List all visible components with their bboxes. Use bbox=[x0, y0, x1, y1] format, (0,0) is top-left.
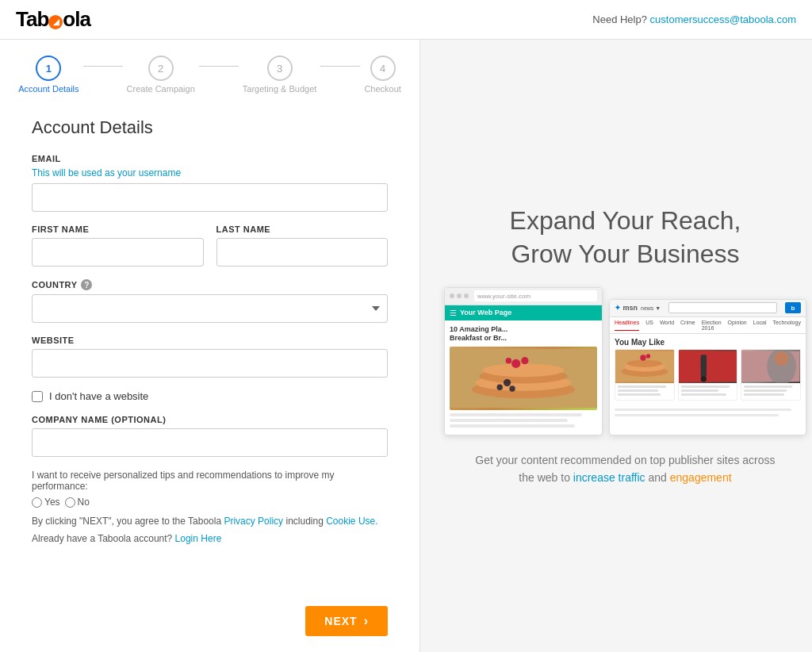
browser-nav-green: ☰ Your Web Page bbox=[445, 305, 602, 320]
msn-tab-headlines: Headlines bbox=[615, 320, 639, 331]
country-label: COUNTRY ? bbox=[32, 279, 388, 290]
browser-url-bar: www.your-site.com bbox=[474, 290, 597, 301]
country-field-group: COUNTRY ? United States United Kingdom C… bbox=[32, 279, 388, 323]
country-select-wrapper: United States United Kingdom Canada Aust… bbox=[32, 294, 388, 323]
form-title: Account Details bbox=[32, 117, 388, 138]
company-name-field-group: COMPANY NAME (Optional) bbox=[32, 415, 388, 457]
header: Tab◢ola Need Help? customersuccess@taboo… bbox=[0, 0, 812, 40]
card-text-2 bbox=[679, 383, 737, 400]
help-email-link[interactable]: customersuccess@taboola.com bbox=[650, 13, 796, 25]
step-circle-1: 1 bbox=[36, 56, 61, 81]
food-image bbox=[450, 347, 597, 410]
browser-mockup: www.your-site.com ☰ Your Web Page 10 Ama… bbox=[444, 287, 806, 435]
article-card-1 bbox=[615, 349, 675, 401]
svg-point-6 bbox=[521, 357, 528, 364]
tips-yes-radio[interactable] bbox=[32, 497, 42, 508]
tips-yes-label[interactable]: Yes bbox=[32, 497, 60, 508]
email-sublabel: This will be used as your username bbox=[32, 167, 388, 178]
next-button[interactable]: NEXT › bbox=[305, 606, 388, 636]
svg-point-4 bbox=[483, 363, 564, 377]
email-input[interactable] bbox=[32, 183, 388, 212]
privacy-policy-link[interactable]: Privacy Policy bbox=[224, 516, 283, 527]
card-image-2 bbox=[679, 350, 737, 383]
website-label: WEBSITE bbox=[32, 336, 388, 345]
msn-tab-crime: Crime bbox=[680, 320, 695, 331]
email-label: EMAIL bbox=[32, 154, 388, 163]
svg-point-19 bbox=[700, 375, 706, 381]
main-container: 1 Account Details 2 Create Campaign 3 Ta… bbox=[0, 40, 812, 652]
step-label-1: Account Details bbox=[18, 84, 79, 94]
msn-logo: ✦ msn bbox=[615, 304, 638, 312]
svg-point-8 bbox=[504, 379, 511, 386]
step-3: 3 Targeting & Budget bbox=[243, 56, 317, 94]
step-label-2: Create Campaign bbox=[127, 84, 195, 94]
tips-no-radio[interactable] bbox=[65, 497, 75, 508]
right-panel: Expand Your Reach, Grow Your Business ww… bbox=[420, 40, 812, 652]
page-headline: 10 Amazing Pla...Breakfast or Br... bbox=[450, 325, 597, 343]
svg-point-9 bbox=[497, 384, 503, 389]
card-text-3 bbox=[741, 383, 800, 400]
last-name-input[interactable] bbox=[216, 238, 389, 267]
promo-title: Expand Your Reach, Grow Your Business bbox=[510, 205, 741, 270]
step-label-4: Checkout bbox=[364, 84, 400, 94]
svg-rect-18 bbox=[700, 355, 706, 377]
company-name-label: COMPANY NAME (Optional) bbox=[32, 415, 388, 424]
msn-tab-us: US bbox=[645, 320, 653, 331]
page-content-left: 10 Amazing Pla...Breakfast or Br... bbox=[445, 320, 602, 435]
browser-bar-left: www.your-site.com bbox=[445, 288, 602, 305]
step-circle-2: 2 bbox=[148, 56, 174, 81]
first-name-label: FIRST NAME bbox=[32, 224, 204, 234]
browser-dot-2 bbox=[457, 293, 462, 298]
msn-tab-local: Local bbox=[753, 320, 767, 331]
country-select[interactable]: United States United Kingdom Canada Aust… bbox=[32, 294, 388, 323]
next-arrow-icon: › bbox=[364, 614, 369, 628]
tips-no-label[interactable]: No bbox=[65, 497, 90, 508]
last-name-label: LAST NAME bbox=[216, 224, 389, 234]
browser-left: www.your-site.com ☰ Your Web Page 10 Ama… bbox=[444, 287, 603, 435]
card-image-1 bbox=[615, 350, 674, 383]
step-1: 1 Account Details bbox=[18, 56, 79, 94]
email-field-group: EMAIL This will be used as your username bbox=[32, 154, 388, 212]
msn-footer-lines bbox=[610, 405, 806, 424]
svg-point-15 bbox=[640, 355, 645, 360]
step-2: 2 Create Campaign bbox=[127, 56, 195, 94]
policy-text: By clicking "NEXT", you agree to the Tab… bbox=[32, 516, 388, 527]
step-label-3: Targeting & Budget bbox=[243, 84, 317, 94]
msn-bar: ✦ msn news ▼ b bbox=[610, 300, 806, 317]
step-circle-3: 3 bbox=[267, 56, 293, 81]
browser-right: ✦ msn news ▼ b Headlines US World bbox=[609, 299, 806, 435]
login-link[interactable]: Login Here bbox=[175, 533, 222, 544]
tips-row: I want to receive personalized tips and … bbox=[32, 470, 388, 508]
article-cards bbox=[610, 349, 806, 405]
stepper: 1 Account Details 2 Create Campaign 3 Ta… bbox=[0, 40, 419, 102]
bing-logo: b bbox=[785, 302, 801, 313]
svg-rect-17 bbox=[679, 351, 737, 382]
article-text-lines bbox=[450, 413, 597, 428]
article-card-3 bbox=[741, 349, 801, 401]
help-label: Need Help? bbox=[592, 13, 647, 25]
msn-tab-world: World bbox=[660, 320, 674, 331]
cookie-use-link[interactable]: Cookie Use. bbox=[326, 516, 377, 527]
login-row: Already have a Taboola account? Login He… bbox=[32, 533, 388, 544]
no-website-row: I don't have a website bbox=[32, 390, 388, 402]
msn-nav: news ▼ bbox=[641, 305, 661, 311]
step-4: 4 Checkout bbox=[364, 56, 400, 94]
last-name-field-group: LAST NAME bbox=[216, 224, 389, 267]
no-website-label[interactable]: I don't have a website bbox=[49, 390, 148, 402]
svg-point-10 bbox=[509, 385, 515, 391]
website-input[interactable] bbox=[32, 349, 388, 378]
name-row: FIRST NAME LAST NAME bbox=[32, 224, 388, 279]
first-name-field-group: FIRST NAME bbox=[32, 224, 204, 267]
country-help-icon[interactable]: ? bbox=[81, 279, 92, 290]
your-web-page-label: Your Web Page bbox=[460, 309, 511, 316]
no-website-checkbox[interactable] bbox=[32, 391, 43, 402]
company-name-input[interactable] bbox=[32, 428, 388, 457]
svg-point-14 bbox=[627, 359, 662, 366]
msn-tabs: Headlines US World Crime Election 2016 O… bbox=[610, 317, 806, 334]
step-line-2-3 bbox=[199, 66, 239, 67]
card-text-1 bbox=[615, 383, 674, 400]
step-line-3-4 bbox=[320, 66, 360, 67]
msn-tab-tech: Technology bbox=[772, 320, 800, 331]
you-may-like-label: You May Like bbox=[610, 334, 806, 349]
first-name-input[interactable] bbox=[32, 238, 204, 267]
